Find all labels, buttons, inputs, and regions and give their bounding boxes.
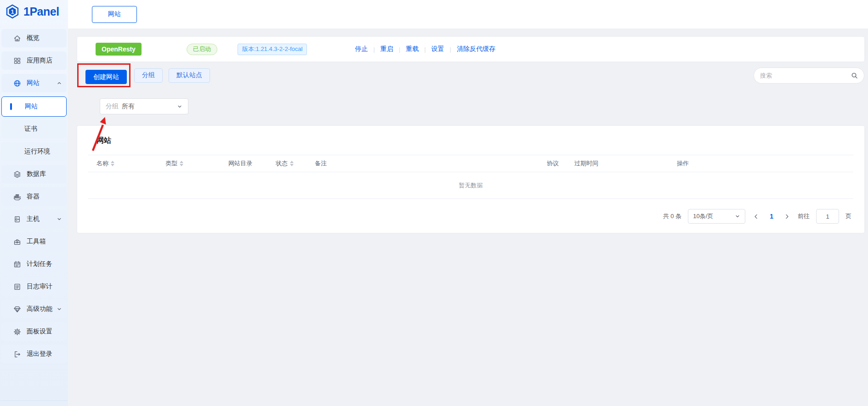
sidebar-item-label: 运行环境 [24, 147, 50, 156]
divider: | [450, 46, 451, 53]
sidebar-item-label: 退出登录 [27, 350, 52, 358]
column-header-type[interactable]: 类型 [165, 159, 228, 168]
group-filter-value: 所有 [122, 102, 135, 111]
sidebar-item-log-audit[interactable]: 日志审计 [1, 277, 67, 296]
sidebar-item-panel-settings[interactable]: 面板设置 [1, 322, 67, 341]
goto-page-input[interactable] [816, 209, 839, 224]
column-header-directory: 网站目录 [228, 159, 276, 168]
sidebar-item-label: 数据库 [27, 170, 46, 178]
website-table-card: 网站 名称 类型 网站目录 状态 备注 [77, 126, 864, 233]
divider: | [399, 46, 400, 53]
sidebar-item-label: 高级功能 [27, 305, 52, 313]
service-actions: 停止 | 重启 | 重载 | 设置 | 清除反代缓存 [355, 45, 495, 53]
sidebar-item-advanced[interactable]: 高级功能 [1, 300, 67, 318]
sidebar-item-label: 应用商店 [27, 56, 52, 65]
hexagon-1-icon: 1 [5, 4, 20, 19]
grid-icon [13, 57, 21, 65]
toolbox-icon [13, 238, 21, 246]
sidebar-collapse-footer[interactable] [0, 400, 68, 406]
chevron-down-icon [57, 306, 62, 312]
app-logo[interactable]: 1 1Panel [0, 0, 68, 23]
layers-icon [13, 170, 21, 178]
group-button[interactable]: 分组 [134, 68, 163, 83]
sidebar-item-label: 日志审计 [27, 282, 52, 291]
logout-icon [13, 350, 21, 358]
sidebar-item-host[interactable]: 主机 [1, 210, 67, 228]
log-icon [13, 283, 21, 291]
globe-icon [13, 79, 21, 87]
search-input[interactable] [760, 72, 851, 79]
divider: | [373, 46, 374, 53]
sidebar: 1 1Panel 概览 应用商店 网站 [0, 0, 68, 406]
home-icon [13, 34, 21, 42]
sidebar-item-label: 计划任务 [27, 260, 52, 268]
page-tabs-bar: 网站 [68, 0, 868, 28]
goto-label: 前往 [798, 212, 810, 220]
sidebar-item-label: 概览 [27, 34, 40, 42]
current-page[interactable]: 1 [767, 213, 776, 220]
sidebar-item-label: 面板设置 [27, 327, 52, 336]
empty-text: 暂无数据 [459, 181, 483, 190]
sidebar-item-container[interactable]: 容器 [1, 187, 67, 206]
column-header-expire: 过期时间 [574, 159, 677, 168]
calendar-icon [13, 260, 21, 268]
sidebar-item-logout[interactable]: 退出登录 [1, 345, 67, 363]
column-header-status[interactable]: 状态 [276, 159, 315, 168]
column-header-name[interactable]: 名称 [96, 159, 165, 168]
docker-icon [13, 193, 21, 201]
page-size-select[interactable]: 10条/页 [688, 209, 745, 224]
main-area: 网站 OpenResty 已启动 版本:1.21.4.3-2-2-focal 停… [68, 0, 868, 406]
pagination: 共 0 条 10条/页 1 前往 页 [88, 209, 853, 224]
active-indicator-bar [10, 103, 12, 110]
tab-website[interactable]: 网站 [92, 6, 137, 23]
restart-link[interactable]: 重启 [380, 45, 393, 53]
search-box [754, 68, 864, 84]
column-header-actions: 操作 [677, 159, 853, 168]
openresty-button[interactable]: OpenResty [96, 43, 142, 56]
sidebar-item-label: 工具箱 [27, 237, 46, 246]
sidebar-item-database[interactable]: 数据库 [1, 165, 67, 183]
chevron-up-icon [57, 80, 62, 86]
sidebar-item-cron[interactable]: 计划任务 [1, 255, 67, 273]
version-badge: 版本:1.21.4.3-2-2-focal [238, 44, 307, 55]
service-status-bar: OpenResty 已启动 版本:1.21.4.3-2-2-focal 停止 |… [77, 37, 864, 62]
search-icon [851, 72, 858, 79]
diamond-icon [13, 305, 21, 313]
settings-link[interactable]: 设置 [431, 45, 444, 53]
create-website-button[interactable]: 创建网站 [85, 70, 127, 84]
sidebar-item-overview[interactable]: 概览 [1, 29, 67, 47]
empty-state: 暂无数据 [88, 172, 853, 199]
toolbar: 创建网站 分组 默认站点 [77, 63, 864, 87]
divider: | [424, 46, 425, 53]
sidebar-item-label: 主机 [27, 215, 40, 223]
default-site-button[interactable]: 默认站点 [169, 68, 210, 83]
prev-page-icon[interactable] [752, 214, 760, 220]
sidebar-item-runtime[interactable]: 运行环境 [1, 142, 67, 161]
sidebar-item-app-store[interactable]: 应用商店 [1, 51, 67, 70]
sidebar-item-label: 网站 [27, 79, 40, 87]
next-page-icon[interactable] [783, 214, 791, 220]
column-header-protocol: 协议 [547, 159, 574, 168]
status-badge: 已启动 [187, 44, 217, 55]
content-area: OpenResty 已启动 版本:1.21.4.3-2-2-focal 停止 |… [68, 28, 868, 406]
table-title: 网站 [88, 136, 853, 146]
group-filter-select[interactable]: 分组 所有 [100, 98, 188, 114]
clear-proxy-cache-link[interactable]: 清除反代缓存 [457, 45, 495, 53]
chevron-down-icon [735, 214, 740, 219]
server-icon [13, 215, 21, 223]
sort-icon [111, 161, 114, 166]
sidebar-item-certificate[interactable]: 证书 [1, 120, 67, 138]
chevron-down-icon [177, 104, 182, 109]
reload-link[interactable]: 重载 [406, 45, 419, 53]
sidebar-item-website[interactable]: 网站 [1, 96, 67, 117]
sidebar-item-website-parent[interactable]: 网站 [1, 74, 67, 92]
app-title: 1Panel [23, 5, 59, 18]
column-header-remark: 备注 [315, 159, 547, 168]
sidebar-item-toolbox[interactable]: 工具箱 [1, 232, 67, 251]
table-header-row: 名称 类型 网站目录 状态 备注 协议 [88, 155, 853, 172]
sidebar-menu: 概览 应用商店 网站 网站 证书 运行环境 [0, 23, 68, 400]
group-filter-label: 分组 [106, 102, 119, 111]
sidebar-item-label: 证书 [24, 125, 37, 133]
sidebar-item-label: 网站 [25, 102, 38, 111]
stop-link[interactable]: 停止 [355, 45, 368, 53]
